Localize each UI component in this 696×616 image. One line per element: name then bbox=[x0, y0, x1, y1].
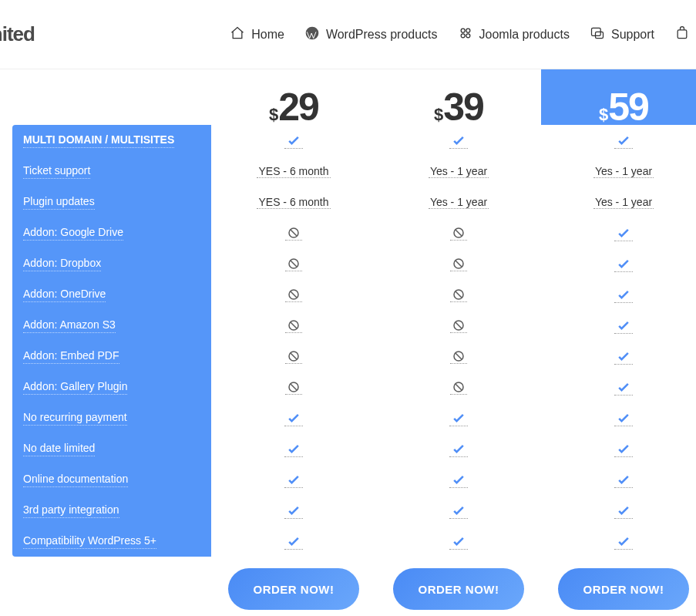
check-icon bbox=[284, 503, 303, 519]
not-included-icon bbox=[285, 318, 302, 333]
nav-label: Joomla products bbox=[479, 28, 570, 42]
not-included-icon bbox=[285, 288, 302, 302]
value-cell bbox=[541, 495, 696, 526]
feature-text[interactable]: Addon: Embed PDF bbox=[23, 348, 119, 365]
value-cell bbox=[376, 526, 541, 557]
value-cell bbox=[376, 341, 541, 372]
check-icon bbox=[284, 441, 303, 457]
feature-text[interactable]: Compatibility WordPress 5+ bbox=[23, 534, 156, 550]
value-cell: Yes - 1 year bbox=[541, 156, 696, 187]
wp-icon bbox=[304, 25, 320, 44]
not-included-icon bbox=[450, 380, 467, 395]
check-icon bbox=[284, 133, 303, 149]
check-icon bbox=[614, 348, 633, 365]
feature-text[interactable]: Addon: Dropbox bbox=[23, 256, 101, 272]
feature-labels-column: MULTI DOMAIN / MULTISITESTicket supportP… bbox=[12, 125, 211, 557]
not-included-icon bbox=[450, 288, 467, 302]
main-nav: HomeWordPress productsJoomla productsSup… bbox=[230, 25, 696, 44]
feature-text[interactable]: No date limited bbox=[23, 441, 95, 457]
nav-label: WordPress products bbox=[326, 28, 438, 42]
feature-label: Addon: OneDrive bbox=[12, 279, 211, 310]
plan-price: $29 bbox=[269, 85, 318, 130]
feature-text[interactable]: Addon: Google Drive bbox=[23, 225, 123, 241]
nav-label: Support bbox=[611, 28, 654, 42]
value-cell bbox=[211, 433, 376, 464]
feature-text[interactable]: MULTI DOMAIN / MULTISITES bbox=[23, 133, 174, 149]
check-icon bbox=[614, 441, 633, 457]
value-text: Yes - 1 year bbox=[593, 196, 654, 209]
check-icon bbox=[614, 318, 633, 334]
plan-values-1: Yes - 1 yearYes - 1 year bbox=[376, 125, 541, 557]
value-cell bbox=[211, 464, 376, 495]
not-included-icon bbox=[285, 380, 302, 395]
feature-label: 3rd party integration bbox=[12, 495, 211, 526]
svg-point-1 bbox=[461, 29, 465, 32]
nav-home[interactable]: Home bbox=[230, 25, 284, 44]
value-cell bbox=[376, 248, 541, 279]
svg-rect-6 bbox=[595, 32, 603, 38]
value-cell bbox=[376, 433, 541, 464]
value-cell bbox=[541, 526, 696, 557]
value-cell bbox=[376, 279, 541, 310]
not-included-icon bbox=[450, 257, 467, 271]
brand-logo: United bbox=[0, 22, 35, 46]
value-cell bbox=[541, 341, 696, 372]
value-text: Yes - 1 year bbox=[429, 165, 489, 178]
value-cell bbox=[376, 372, 541, 402]
value-text: YES - 6 month bbox=[257, 196, 330, 209]
feature-text[interactable]: Addon: OneDrive bbox=[23, 287, 106, 303]
value-cell bbox=[541, 433, 696, 464]
cart-icon[interactable] bbox=[674, 25, 690, 44]
order-row: ORDER NOW!ORDER NOW!ORDER NOW! bbox=[211, 568, 696, 610]
check-icon bbox=[614, 256, 633, 272]
nav-joomla-products[interactable]: Joomla products bbox=[458, 25, 570, 44]
value-cell bbox=[376, 495, 541, 526]
joomla-icon bbox=[458, 25, 473, 44]
value-cell bbox=[541, 217, 696, 248]
feature-text[interactable]: 3rd party integration bbox=[23, 503, 119, 519]
check-icon bbox=[449, 441, 468, 457]
value-cell bbox=[211, 402, 376, 433]
feature-label: No recurring payment bbox=[12, 402, 211, 433]
feature-text[interactable]: Online documentation bbox=[23, 472, 128, 488]
check-icon bbox=[614, 287, 633, 303]
value-cell bbox=[541, 310, 696, 341]
check-icon bbox=[284, 534, 303, 550]
nav-support[interactable]: Support bbox=[590, 25, 654, 44]
value-cell bbox=[376, 464, 541, 495]
value-cell bbox=[211, 372, 376, 402]
feature-label: Plugin updates bbox=[12, 187, 211, 217]
home-icon bbox=[230, 25, 245, 44]
order-now-button[interactable]: ORDER NOW! bbox=[228, 568, 359, 610]
feature-text[interactable]: Plugin updates bbox=[23, 194, 95, 210]
value-cell: Yes - 1 year bbox=[376, 187, 541, 217]
check-icon bbox=[284, 410, 303, 426]
not-included-icon bbox=[450, 226, 467, 241]
feature-label: Addon: Embed PDF bbox=[12, 341, 211, 372]
not-included-icon bbox=[285, 257, 302, 271]
check-icon bbox=[614, 534, 633, 550]
check-icon bbox=[449, 410, 468, 426]
check-icon bbox=[449, 534, 468, 550]
value-cell bbox=[211, 495, 376, 526]
check-icon bbox=[614, 503, 633, 519]
feature-label: Addon: Google Drive bbox=[12, 217, 211, 248]
value-text: Yes - 1 year bbox=[429, 196, 489, 209]
value-cell bbox=[541, 372, 696, 402]
feature-text[interactable]: No recurring payment bbox=[23, 410, 127, 426]
feature-text[interactable]: Ticket support bbox=[23, 163, 90, 180]
feature-label: No date limited bbox=[12, 433, 211, 464]
svg-point-3 bbox=[461, 33, 465, 37]
feature-label: Addon: Amazon S3 bbox=[12, 310, 211, 341]
feature-label: Compatibility WordPress 5+ bbox=[12, 526, 211, 557]
nav-wordpress-products[interactable]: WordPress products bbox=[304, 25, 438, 44]
value-cell bbox=[541, 125, 696, 156]
order-now-button[interactable]: ORDER NOW! bbox=[558, 568, 689, 610]
feature-label: Ticket support bbox=[12, 156, 211, 187]
check-icon bbox=[449, 133, 468, 149]
feature-text[interactable]: Addon: Amazon S3 bbox=[23, 318, 116, 334]
check-icon bbox=[614, 225, 633, 241]
value-cell bbox=[376, 217, 541, 248]
order-now-button[interactable]: ORDER NOW! bbox=[393, 568, 524, 610]
feature-text[interactable]: Addon: Gallery Plugin bbox=[23, 379, 127, 396]
